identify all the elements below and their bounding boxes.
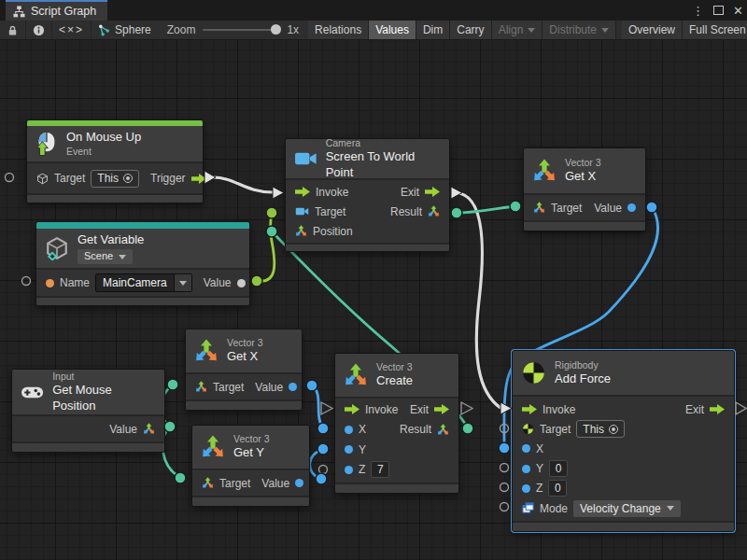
vector3-icon bbox=[295, 225, 307, 237]
mode-dropdown[interactable]: Velocity Change bbox=[573, 500, 681, 517]
node-vector3-create[interactable]: Vector 3 Create Invoke Exit X Result bbox=[334, 353, 459, 494]
overview-label: Overview bbox=[628, 23, 675, 36]
node-header: Rigidbody Add Force bbox=[513, 351, 734, 395]
node-header: Vector 3 Create bbox=[335, 354, 458, 397]
object-picker-icon[interactable] bbox=[609, 425, 618, 434]
trigger-label: Trigger bbox=[150, 172, 186, 185]
zoom-slider[interactable] bbox=[203, 29, 279, 31]
z-label: Z bbox=[536, 482, 543, 495]
port-row-target-result: Target Result bbox=[286, 202, 449, 221]
float-port-dot[interactable] bbox=[295, 479, 303, 487]
distribute-button: Distribute bbox=[543, 21, 616, 39]
node-get-mouse-position[interactable]: Input Get Mouse Position Value bbox=[11, 369, 165, 453]
variable-name-dropdown[interactable]: MainCamera bbox=[95, 273, 192, 292]
variable-name-value: MainCamera bbox=[96, 274, 174, 291]
port-row-name-value: Name MainCamera Value bbox=[36, 273, 249, 293]
port-row-invoke-exit: Invoke Exit bbox=[286, 182, 449, 202]
node-category: Vector 3 bbox=[233, 433, 270, 445]
relations-button[interactable]: Relations bbox=[308, 21, 369, 39]
float-port-dot[interactable] bbox=[345, 426, 353, 434]
lock-button[interactable] bbox=[0, 21, 26, 39]
vector3-icon bbox=[194, 339, 218, 363]
enum-icon bbox=[522, 502, 534, 514]
close-icon[interactable]: ✕ bbox=[733, 4, 743, 18]
gameobject-cube-icon bbox=[36, 173, 49, 185]
port-row-value: Value bbox=[12, 419, 164, 439]
zoom-slider-handle[interactable] bbox=[271, 24, 281, 35]
float-port-dot[interactable] bbox=[522, 465, 530, 473]
relations-label: Relations bbox=[315, 23, 361, 36]
graph-toolbar: <×> Sphere Zoom 1x Relations Values Dim … bbox=[0, 21, 747, 40]
kebab-menu-icon[interactable]: ⋮ bbox=[692, 4, 704, 18]
node-title: Create bbox=[376, 373, 413, 388]
fullscreen-label: Full Screen bbox=[689, 23, 746, 36]
y-value-input[interactable]: 0 bbox=[549, 460, 568, 477]
z-value-input[interactable]: 7 bbox=[371, 461, 389, 478]
info-button[interactable] bbox=[26, 21, 52, 39]
maximize-icon[interactable] bbox=[713, 6, 724, 15]
caret-down-icon bbox=[601, 28, 609, 33]
z-value-input[interactable]: 0 bbox=[548, 480, 567, 497]
variable-scope-dropdown[interactable]: Scene bbox=[78, 249, 133, 264]
node-header: Vector 3 Get X bbox=[524, 148, 645, 193]
this-target-pill[interactable]: This bbox=[576, 420, 625, 438]
port-row-invoke-exit: Invoke Exit bbox=[335, 399, 458, 420]
this-label: This bbox=[97, 172, 119, 185]
overview-button[interactable]: Overview bbox=[622, 21, 683, 39]
node-get-variable[interactable]: Get Variable Scene Name MainCamera Value bbox=[35, 221, 250, 306]
graph-asset-button[interactable]: Sphere bbox=[92, 21, 158, 39]
vector3-icon bbox=[437, 424, 449, 436]
flow-arrow-icon bbox=[425, 187, 440, 197]
info-icon bbox=[33, 24, 45, 36]
this-target-pill[interactable]: This bbox=[91, 170, 139, 188]
code-view-button[interactable]: <×> bbox=[52, 21, 92, 39]
unity-visual-scripting-window: Script Graph ⋮ ✕ <×> Sphere Zoom 1x bbox=[0, 0, 747, 560]
exit-label: Exit bbox=[410, 403, 429, 416]
float-port-dot[interactable] bbox=[345, 445, 353, 454]
invoke-label: Invoke bbox=[316, 186, 348, 199]
node-add-force[interactable]: Rigidbody Add Force Invoke Exit Target T… bbox=[512, 350, 735, 532]
carry-button[interactable]: Carry bbox=[450, 21, 491, 39]
vector3-icon bbox=[533, 202, 545, 214]
float-port-dot[interactable] bbox=[627, 203, 636, 212]
dim-button[interactable]: Dim bbox=[416, 21, 450, 39]
node-screen-to-world-point[interactable]: Camera Screen To World Point Invoke Exit… bbox=[285, 138, 450, 252]
float-port-dot[interactable] bbox=[289, 383, 297, 391]
node-get-x-mid[interactable]: Vector 3 Get X Target Value bbox=[185, 329, 303, 411]
target-label: Target bbox=[540, 423, 571, 436]
target-label: Target bbox=[219, 477, 250, 490]
node-category: Vector 3 bbox=[376, 361, 413, 373]
float-port-dot[interactable] bbox=[522, 444, 530, 453]
node-get-x-top[interactable]: Vector 3 Get X Target Value bbox=[523, 147, 646, 231]
object-port-dot[interactable] bbox=[237, 279, 246, 287]
value-label: Value bbox=[594, 202, 622, 215]
script-graph-icon bbox=[13, 6, 25, 18]
x-label: X bbox=[536, 442, 543, 455]
values-label: Values bbox=[375, 23, 409, 36]
string-port-dot[interactable] bbox=[46, 279, 54, 287]
float-port-dot[interactable] bbox=[345, 466, 353, 474]
values-button[interactable]: Values bbox=[369, 21, 416, 39]
exit-label: Exit bbox=[685, 403, 704, 416]
node-header: On Mouse Up Event bbox=[27, 126, 203, 161]
fullscreen-button[interactable]: Full Screen bbox=[683, 21, 747, 39]
flow-arrow-icon bbox=[434, 404, 449, 414]
mouse-up-icon bbox=[35, 132, 58, 156]
node-on-mouse-up[interactable]: On Mouse Up Event Target This Trigger bbox=[26, 119, 204, 203]
node-title: Get Variable bbox=[78, 232, 144, 247]
object-picker-icon[interactable] bbox=[123, 174, 133, 183]
node-title: On Mouse Up bbox=[66, 130, 141, 145]
float-port-dot[interactable] bbox=[522, 484, 530, 493]
mode-value: Velocity Change bbox=[580, 502, 661, 515]
y-label: Y bbox=[359, 443, 366, 456]
graph-name: Sphere bbox=[115, 23, 151, 36]
carry-label: Carry bbox=[457, 23, 484, 36]
vector3-icon bbox=[532, 159, 557, 183]
port-row-x-result: X Result bbox=[335, 420, 458, 441]
gamepad-icon bbox=[21, 380, 44, 404]
tab-script-graph[interactable]: Script Graph bbox=[6, 0, 107, 21]
dropdown-button[interactable] bbox=[174, 274, 191, 291]
node-header: Get Variable Scene bbox=[36, 229, 249, 268]
zoom-control: Zoom 1x bbox=[158, 23, 308, 36]
node-get-y[interactable]: Vector 3 Get Y Target Value bbox=[191, 425, 310, 507]
